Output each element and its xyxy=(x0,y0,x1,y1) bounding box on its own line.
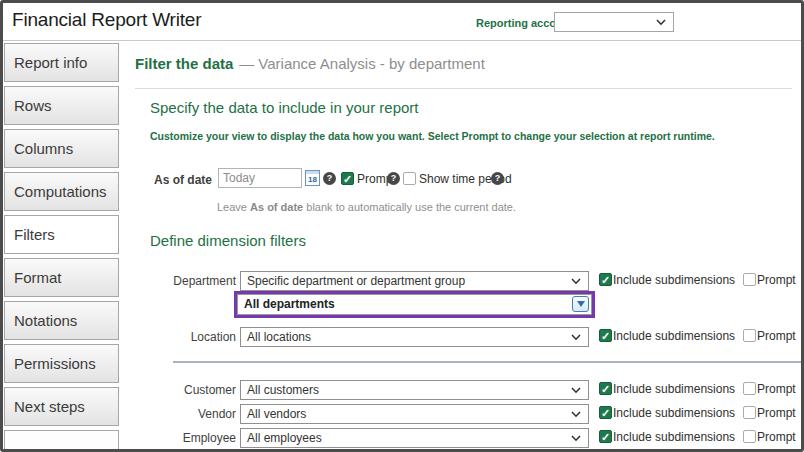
sidebar-item-rows[interactable]: Rows xyxy=(4,86,119,125)
sidebar-item-filters[interactable]: Filters xyxy=(4,215,119,254)
prompt-checkbox[interactable] xyxy=(743,329,756,342)
chevron-down-icon xyxy=(571,278,581,285)
hint-text-pre: Customize your view to display the data … xyxy=(150,130,462,142)
app-window: Financial Report Writer Reporting accoun… xyxy=(0,0,804,452)
sidebar-filler xyxy=(4,430,119,449)
specify-hint: Customize your view to display the data … xyxy=(150,130,715,142)
employee-filter-select[interactable]: All employees xyxy=(240,428,589,448)
include-subdimensions-label: Include subdimensions xyxy=(613,329,735,343)
include-subdimensions-department[interactable]: Include subdimensions xyxy=(599,273,735,287)
customer-filter-value: All customers xyxy=(241,381,588,399)
employee-filter-value: All employees xyxy=(241,429,588,447)
prompt-label: Prompt xyxy=(757,273,796,287)
vendor-filter-select[interactable]: All vendors xyxy=(240,404,589,424)
prompt-employee[interactable]: Prompt xyxy=(743,430,796,444)
prompt-label: Prompt xyxy=(757,382,796,396)
calendar-day: 18 xyxy=(306,176,319,184)
include-subdimensions-checkbox[interactable] xyxy=(599,329,612,342)
include-subdimensions-label: Include subdimensions xyxy=(613,382,735,396)
app-title: Financial Report Writer xyxy=(12,9,201,31)
include-subdimensions-employee[interactable]: Include subdimensions xyxy=(599,430,735,444)
as-of-date-input[interactable] xyxy=(218,168,302,188)
title-divider xyxy=(135,88,792,89)
as-of-date-label: As of date xyxy=(128,173,212,187)
include-subdimensions-location[interactable]: Include subdimensions xyxy=(599,329,735,343)
reporting-accounts-select[interactable] xyxy=(554,12,674,32)
prompt-date-checkbox[interactable] xyxy=(341,172,354,185)
department-subfilter-combo[interactable]: All departments xyxy=(237,294,592,315)
sidebar-item-columns[interactable]: Columns xyxy=(4,129,119,168)
subfilter-dropdown-button[interactable] xyxy=(572,296,589,312)
include-subdimensions-customer[interactable]: Include subdimensions xyxy=(599,382,735,396)
prompt-checkbox[interactable] xyxy=(743,273,756,286)
hint-text-post: to change your selection at report runti… xyxy=(498,130,714,142)
page-title-separator: — xyxy=(239,55,254,72)
include-subdimensions-checkbox[interactable] xyxy=(599,382,612,395)
include-subdimensions-vendor[interactable]: Include subdimensions xyxy=(599,406,735,420)
filter-label-employee: Employee xyxy=(128,431,236,445)
filter-label-vendor: Vendor xyxy=(128,407,236,421)
help-icon-show-time-period[interactable]: ? xyxy=(491,172,504,185)
calendar-icon[interactable]: 18 xyxy=(305,170,320,186)
department-filter-value: Specific department or department group xyxy=(241,272,588,290)
filter-label-location: Location xyxy=(128,330,236,344)
chevron-down-icon xyxy=(571,334,581,341)
include-subdimensions-label: Include subdimensions xyxy=(613,406,735,420)
prompt-label: Prompt xyxy=(757,329,796,343)
page-title: Filter the data—Variance Analysis - by d… xyxy=(135,55,485,72)
page-title-main: Filter the data xyxy=(135,55,233,72)
chevron-down-icon xyxy=(656,19,666,26)
prompt-label: Prompt xyxy=(757,406,796,420)
specify-section-heading: Specify the data to include in your repo… xyxy=(150,99,419,116)
include-subdimensions-checkbox[interactable] xyxy=(599,273,612,286)
chevron-down-icon xyxy=(571,387,581,394)
help-icon-as-of-date[interactable]: ? xyxy=(323,172,336,185)
filter-label-customer: Customer xyxy=(128,383,236,397)
customer-filter-select[interactable]: All customers xyxy=(240,380,589,400)
sidebar-item-computations[interactable]: Computations xyxy=(4,172,119,211)
prompt-customer[interactable]: Prompt xyxy=(743,382,796,396)
help-icon-prompt[interactable]: ? xyxy=(387,172,400,185)
note-text-pre: Leave xyxy=(217,201,250,213)
prompt-checkbox[interactable] xyxy=(743,430,756,443)
sidebar-item-report-info[interactable]: Report info xyxy=(4,43,119,82)
sidebar-nav: Report info Rows Columns Computations Fi… xyxy=(3,42,121,449)
filters-section-heading: Define dimension filters xyxy=(150,232,306,249)
prompt-department[interactable]: Prompt xyxy=(743,273,796,287)
prompt-location[interactable]: Prompt xyxy=(743,329,796,343)
hint-text-bold: Prompt xyxy=(462,130,499,142)
sidebar-item-format[interactable]: Format xyxy=(4,258,119,297)
prompt-label: Prompt xyxy=(757,430,796,444)
prompt-vendor[interactable]: Prompt xyxy=(743,406,796,420)
header-bar: Financial Report Writer Reporting accoun… xyxy=(3,3,801,41)
group-divider xyxy=(173,361,804,363)
include-subdimensions-label: Include subdimensions xyxy=(613,430,735,444)
sidebar-item-permissions[interactable]: Permissions xyxy=(4,344,119,383)
chevron-down-icon xyxy=(571,435,581,442)
filter-label-department: Department xyxy=(128,274,236,288)
prompt-checkbox[interactable] xyxy=(743,406,756,419)
department-filter-select[interactable]: Specific department or department group xyxy=(240,271,589,291)
location-filter-select[interactable]: All locations xyxy=(240,327,589,347)
location-filter-value: All locations xyxy=(241,328,588,346)
note-text-bold: As of date xyxy=(250,201,303,213)
show-time-period-checkbox[interactable] xyxy=(403,172,416,185)
note-text-post: blank to automatically use the current d… xyxy=(303,201,516,213)
as-of-date-note: Leave As of date blank to automatically … xyxy=(217,201,516,213)
sidebar-item-notations[interactable]: Notations xyxy=(4,301,119,340)
prompt-checkbox[interactable] xyxy=(743,382,756,395)
department-subfilter-value: All departments xyxy=(238,295,591,314)
department-subfilter-highlight: All departments xyxy=(234,291,595,318)
vendor-filter-value: All vendors xyxy=(241,405,588,423)
include-subdimensions-checkbox[interactable] xyxy=(599,430,612,443)
triangle-down-icon xyxy=(577,301,585,307)
include-subdimensions-label: Include subdimensions xyxy=(613,273,735,287)
sidebar-item-next-steps[interactable]: Next steps xyxy=(4,387,119,426)
include-subdimensions-checkbox[interactable] xyxy=(599,406,612,419)
chevron-down-icon xyxy=(571,411,581,418)
page-title-report-name: Variance Analysis - by department xyxy=(258,55,485,72)
